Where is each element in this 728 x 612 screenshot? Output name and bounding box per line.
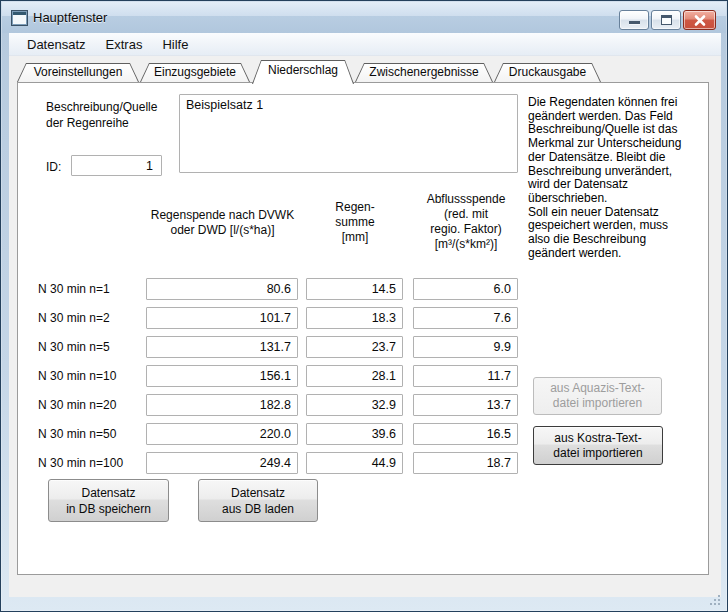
import-kostra-button[interactable]: aus Kostra-Text- datei importieren (533, 426, 663, 465)
id-label: ID: (46, 159, 61, 175)
info-text: Die Regendaten können frei geändert werd… (528, 96, 720, 260)
row-label: N 30 min n=10 (38, 365, 116, 387)
regensumme-input[interactable] (306, 307, 403, 329)
abflussspende-input[interactable] (413, 278, 518, 300)
resize-grip[interactable] (708, 593, 722, 607)
save-db-button[interactable]: Datensatz in DB speichern (48, 479, 169, 522)
row-label: N 30 min n=5 (38, 336, 110, 358)
tab-druckausgabe[interactable]: Druckausgabe (494, 63, 601, 82)
regenspende-input[interactable] (146, 394, 298, 416)
description-label: Beschreibung/Quelle der Regenreihe (46, 99, 157, 131)
tab-voreinstellungen[interactable]: Voreinstellungen (17, 63, 139, 82)
minimize-button[interactable] (619, 10, 649, 30)
row-label: N 30 min n=1 (38, 278, 110, 300)
regenspende-input[interactable] (146, 365, 298, 387)
row-label: N 30 min n=100 (38, 452, 123, 474)
regensumme-input[interactable] (306, 394, 403, 416)
regensumme-input[interactable] (306, 336, 403, 358)
regenspende-input[interactable] (146, 307, 298, 329)
window-title: Hauptfenster (33, 10, 107, 25)
menu-bar: Datensatz Extras Hilfe (9, 33, 721, 56)
abflussspende-input[interactable] (413, 452, 518, 474)
regenspende-input[interactable] (146, 423, 298, 445)
row-label: N 30 min n=2 (38, 307, 110, 329)
menu-item-hilfe[interactable]: Hilfe (152, 35, 198, 54)
load-db-button[interactable]: Datensatz aus DB laden (198, 479, 318, 522)
close-icon (692, 14, 708, 27)
abflussspende-input[interactable] (413, 423, 518, 445)
regensumme-input[interactable] (306, 423, 403, 445)
tab-niederschlag[interactable]: Niederschlag (252, 60, 354, 84)
minimize-icon (629, 21, 640, 24)
column-header-abflussspende: Abflussspende (red. mit regio. Faktor) [… (413, 192, 519, 252)
main-window: Hauptfenster Datensatz Extras Hilfe Vore… (0, 0, 728, 612)
tab-zwischenergebnisse[interactable]: Zwischenergebnisse (355, 63, 493, 82)
menu-item-extras[interactable]: Extras (96, 35, 153, 54)
abflussspende-input[interactable] (413, 394, 518, 416)
id-input[interactable] (71, 155, 162, 176)
menu-item-datensatz[interactable]: Datensatz (17, 35, 96, 54)
abflussspende-input[interactable] (413, 307, 518, 329)
column-header-regenspende: Regenspende nach DVWK oder DWD [l/(s*ha)… (146, 208, 299, 238)
tab-einzugsgebiete[interactable]: Einzugsgebiete (140, 63, 250, 82)
title-bar[interactable]: Hauptfenster (2, 2, 726, 33)
regenspende-input[interactable] (146, 452, 298, 474)
row-label: N 30 min n=50 (38, 423, 116, 445)
app-icon (11, 10, 28, 26)
maximize-button[interactable] (651, 10, 681, 30)
regensumme-input[interactable] (306, 278, 403, 300)
close-button[interactable] (683, 10, 716, 30)
maximize-icon (661, 15, 672, 25)
row-label: N 30 min n=20 (38, 394, 116, 416)
regensumme-input[interactable] (306, 365, 403, 387)
import-aquazis-button[interactable]: aus Aquazis-Text- datei importieren (533, 377, 662, 415)
content-area: Voreinstellungen Einzugsgebiete Niedersc… (9, 56, 721, 597)
regenspende-input[interactable] (146, 336, 298, 358)
description-textarea[interactable]: Beispielsatz 1 (179, 94, 518, 173)
column-header-regensumme: Regen- summe [mm] (306, 200, 404, 245)
regenspende-input[interactable] (146, 278, 298, 300)
tab-panel-niederschlag: Beschreibung/Quelle der Regenreihe Beisp… (17, 82, 709, 575)
abflussspende-input[interactable] (413, 336, 518, 358)
abflussspende-input[interactable] (413, 365, 518, 387)
regensumme-input[interactable] (306, 452, 403, 474)
